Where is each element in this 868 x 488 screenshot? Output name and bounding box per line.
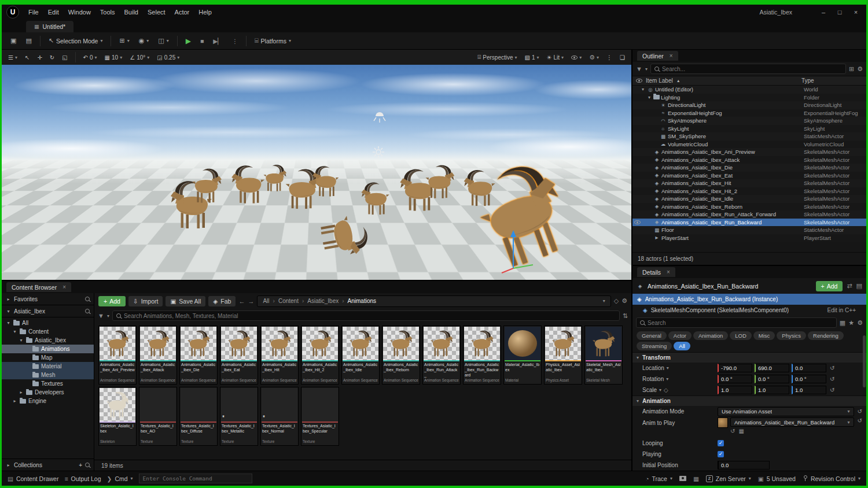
folder-tree-item-textures[interactable]: Textures	[2, 379, 94, 388]
folder-tree-item-material[interactable]: Material	[2, 362, 94, 371]
new-folder-icon[interactable]: ⊞	[849, 65, 854, 73]
close-button[interactable]: ×	[848, 9, 864, 16]
menu-item-file[interactable]: File	[24, 9, 43, 16]
animation-mode-dropdown[interactable]: Use Animation Asset▾	[718, 407, 854, 416]
location-label[interactable]: Location▾	[642, 365, 715, 371]
zen-server-dropdown[interactable]: Zen Server▾	[706, 475, 751, 482]
filter-icon[interactable]: ▼	[636, 65, 642, 72]
folder-tree-item-developers[interactable]: ▸Developers	[2, 388, 94, 397]
search-icon[interactable]	[85, 309, 90, 313]
perspective-dropdown[interactable]: ⌸Perspective▾	[475, 53, 520, 62]
tab-outliner[interactable]: Outliner ×	[637, 51, 678, 61]
insights-icon[interactable]: ▦	[693, 475, 699, 482]
initial-position-input[interactable]	[718, 461, 770, 469]
add-actor-dropdown[interactable]: ⊞▾	[115, 35, 133, 46]
unreal-logo-icon[interactable]	[6, 6, 19, 19]
play-options-button[interactable]: ⋮	[227, 36, 242, 46]
scale-label[interactable]: Scale▾◇	[642, 387, 715, 393]
revision-control-dropdown[interactable]: Revision Control▾	[803, 475, 860, 482]
screen-percentage-dropdown[interactable]: ▧1▾	[522, 53, 542, 62]
outliner-row[interactable]: ☼SkyLightSkyLight	[632, 125, 866, 133]
use-selected-asset-icon[interactable]: ↺	[730, 428, 735, 434]
outliner-row[interactable]: ◈Animations_Asiatic_Ibex_IdleSkeletalMes…	[632, 195, 866, 203]
expander-caret-icon[interactable]: ▾	[6, 320, 11, 326]
outliner-row[interactable]: ◈Animations_Asiatic_Ibex_Ani_PreviewSkel…	[632, 148, 866, 156]
folder-tree-item-mesh[interactable]: Mesh	[2, 371, 94, 379]
details-panel-icon[interactable]: ▤	[856, 282, 862, 290]
location-x-input[interactable]	[718, 364, 752, 372]
item-label-column[interactable]: Item Label	[646, 77, 673, 84]
reset-icon[interactable]: ↺	[830, 376, 834, 382]
category-chip-rendering[interactable]: Rendering	[808, 331, 844, 340]
category-chip-streaming[interactable]: Streaming	[637, 342, 672, 350]
expander-caret-icon[interactable]: ▾	[12, 329, 17, 334]
reset-icon[interactable]: ↺	[830, 387, 834, 393]
viewport-settings-dropdown[interactable]: ⚙▾	[586, 53, 602, 62]
looping-checkbox[interactable]	[718, 440, 724, 446]
gear-icon[interactable]: ⚙	[857, 65, 863, 73]
menu-item-tools[interactable]: Tools	[95, 9, 120, 16]
transform-gizmo[interactable]	[497, 227, 538, 275]
scale-y-input[interactable]	[755, 386, 789, 394]
save-button[interactable]: ▣	[6, 35, 20, 46]
scale-z-input[interactable]	[792, 386, 826, 394]
asset-tile[interactable]: Animations_Asiatic_Ibex_Hit_2Animation S…	[301, 326, 339, 385]
outliner-row[interactable]: ▦FloorStaticMeshActor	[632, 226, 866, 234]
blueprints-dropdown[interactable]: ◉▾	[135, 35, 153, 46]
move-tool-button[interactable]: ✛	[34, 53, 45, 62]
sky-light-gizmo[interactable]	[372, 146, 385, 160]
asset-tile[interactable]: Skeleton_Asiatic_IbexSkeleton	[98, 387, 137, 446]
cinematics-dropdown[interactable]: ◫▾	[154, 35, 172, 46]
reset-icon[interactable]: ↺	[858, 408, 862, 415]
asset-tile[interactable]: Animations_Asiatic_Ibex_RebornAnimation …	[382, 326, 420, 385]
add-button[interactable]: +Add	[98, 296, 126, 306]
back-button[interactable]: ←	[238, 298, 245, 305]
asset-tile[interactable]: *Textures_Asiatic_Ibex_NormalTexture	[260, 387, 299, 446]
outliner-search-box[interactable]	[650, 64, 846, 74]
rotation-label[interactable]: Rotation▾	[642, 376, 715, 382]
screenshot-icon[interactable]	[679, 476, 686, 481]
outliner-row[interactable]: ▾LightingFolder	[632, 94, 866, 102]
folder-tree-item-content[interactable]: ▾Content	[2, 327, 94, 336]
component-row[interactable]: ◈ SkeletalMeshComponent (SkeletalMeshCom…	[632, 305, 866, 316]
asset-tile[interactable]: *Textures_Asiatic_Ibex_MetallicTexture	[220, 387, 258, 446]
details-scrollbar[interactable]	[863, 335, 866, 387]
menu-item-build[interactable]: Build	[120, 9, 143, 16]
show-flags-dropdown[interactable]: ▾	[568, 54, 584, 61]
outliner-row[interactable]: ◈Animations_Asiatic_Ibex_DieSkeletalMesh…	[632, 164, 866, 172]
outliner-row[interactable]: ◈Animations_Asiatic_Ibex_HitSkeletalMesh…	[632, 179, 866, 187]
asset-tile[interactable]: Animations_Asiatic_Ibex_Run_BackwardAnim…	[463, 326, 501, 385]
forward-button[interactable]: →	[248, 298, 254, 305]
viewport-more-button[interactable]: ⋮	[604, 53, 615, 62]
close-icon[interactable]: ×	[670, 53, 673, 59]
filter-icon[interactable]: ▼	[98, 312, 104, 319]
view-mode-dropdown[interactable]: ☀Lit▾	[544, 53, 567, 62]
category-chip-misc[interactable]: Misc	[753, 331, 775, 340]
visibility-eye-icon[interactable]	[632, 220, 642, 224]
stop-button[interactable]: ■	[196, 36, 208, 46]
lock-browser-icon[interactable]: ◇	[614, 297, 619, 305]
breadcrumb-all[interactable]: All	[263, 298, 269, 304]
asset-tile[interactable]: Animations_Asiatic_Ibex_EatAnimation Seq…	[220, 326, 258, 385]
scale-x-input[interactable]	[718, 386, 752, 394]
play-button[interactable]: ▶	[182, 35, 195, 47]
asset-tile[interactable]: Animations_Asiatic_Ibex_HitAnimation Seq…	[260, 326, 299, 385]
level-tab[interactable]: ▦ Untitled*	[26, 21, 73, 32]
outliner-row[interactable]: ◈Animations_Asiatic_Ibex_Hit_2SkeletalMe…	[632, 187, 866, 195]
edit-in-cpp-link[interactable]: Edit in C++	[827, 307, 856, 313]
browse-to-asset-icon[interactable]: ▦	[738, 428, 744, 434]
display-options-icon[interactable]: ▦	[840, 319, 845, 327]
details-search-box[interactable]	[636, 317, 837, 328]
outliner-row[interactable]: ◈Animations_Asiatic_Ibex_Run_Attack_Forw…	[632, 210, 866, 219]
animation-section-header[interactable]: ▾ Animation	[632, 395, 866, 406]
outliner-row[interactable]: ≈ExponentialHeightFogExponentialHeightFo…	[632, 109, 866, 117]
outliner-row[interactable]: ☁VolumetricCloudVolumetricCloud	[632, 141, 866, 149]
transform-section-header[interactable]: ▾ Transform	[632, 352, 866, 363]
expander-caret-icon[interactable]: ▸	[12, 398, 17, 404]
expander-caret-icon[interactable]: ▾	[648, 95, 653, 100]
directional-light-gizmo[interactable]	[372, 109, 387, 127]
folder-tree-item-asiatic_ibex[interactable]: ▾Asiatic_Ibex	[2, 336, 94, 345]
expander-caret-icon[interactable]: ▸	[19, 390, 24, 395]
platforms-dropdown[interactable]: ⌸ Platforms ▾	[251, 35, 295, 46]
lock-icon[interactable]: ◇	[664, 387, 668, 393]
